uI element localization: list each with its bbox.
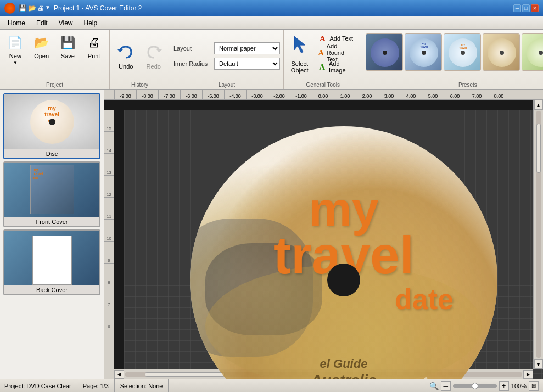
- menu-view[interactable]: View: [53, 16, 79, 29]
- preset-thumb-5[interactable]: [522, 33, 543, 71]
- history-group-label: History: [110, 82, 170, 88]
- disc-bottom-text: el Guide Australia: [190, 357, 497, 379]
- open-button[interactable]: 📂 Open: [30, 32, 54, 60]
- add-text-icon: A: [318, 33, 328, 43]
- back-cover-panel-item[interactable]: Back Cover: [3, 229, 100, 295]
- disc-hole: [327, 264, 360, 296]
- new-icon: 📄: [7, 34, 24, 52]
- quick-arrow-icon[interactable]: ▼: [45, 4, 51, 12]
- vscroll-track: [536, 111, 541, 358]
- ruler-tick: 6.00: [444, 90, 466, 99]
- ruler-tick: 8.00: [488, 90, 510, 99]
- menu-edit[interactable]: Edit: [31, 16, 53, 29]
- left-panel: mytraveldate Disc mytraveldate Front Cov…: [0, 90, 104, 379]
- undo-icon: [116, 42, 136, 62]
- ruler-tick: 7.00: [466, 90, 488, 99]
- titlebar-left: 💾 📂 🖨 ▼ Project 1 - AVS Cover Editor 2: [4, 3, 142, 14]
- canvas-area: -9.00 -8.00 -7.00 -6.00 -5.00 -4.00 -3.0…: [104, 90, 543, 379]
- window-controls: ─ □ ✕: [513, 4, 539, 12]
- close-button[interactable]: ✕: [531, 4, 539, 12]
- redo-button[interactable]: Redo: [141, 40, 167, 72]
- save-label: Save: [61, 53, 75, 59]
- disc-small-hole: [49, 119, 55, 125]
- ruler-tick: 3.00: [378, 90, 400, 99]
- disc-panel-item[interactable]: mytraveldate Disc: [3, 93, 100, 159]
- quick-save-icon[interactable]: 💾: [19, 4, 27, 12]
- page-status: Page: 1/3: [77, 379, 115, 392]
- inner-radius-row: Inner Radius Default Small Large: [173, 58, 280, 70]
- back-cover-thumb-preview: [4, 231, 99, 285]
- ruler-left: 15 14 13 12 11 10 9 8 7 6: [104, 110, 114, 379]
- scroll-left-button[interactable]: ◄: [114, 370, 124, 379]
- add-round-text-label: Add Round Text: [327, 43, 356, 63]
- selection-status-label: Selection:: [120, 383, 147, 389]
- menu-help[interactable]: Help: [79, 16, 103, 29]
- undo-label: Undo: [119, 63, 133, 70]
- ribbon: 📄 New ▼ 📂 Open 💾 Save 🖨 Print Project: [0, 30, 543, 90]
- tools-group-label: General Tools: [284, 82, 362, 88]
- select-object-button[interactable]: SelectObject: [287, 32, 312, 76]
- save-icon: 💾: [59, 34, 76, 52]
- ruler-tick: -8.00: [136, 90, 158, 99]
- back-cover-label: Back Cover: [4, 285, 99, 294]
- layout-label: Layout: [173, 45, 212, 52]
- page-status-label: Page:: [83, 383, 99, 389]
- preset-thumb-2[interactable]: mytravel: [405, 33, 442, 71]
- quick-print-icon[interactable]: 🖨: [37, 4, 44, 12]
- layout-select[interactable]: Normal paper CD/DVD Blu-ray: [214, 42, 280, 54]
- presets-group-label: Presets: [362, 82, 543, 88]
- disc-object[interactable]: my travel date el Guide Australia: [190, 126, 497, 379]
- minimize-button[interactable]: ─: [513, 4, 521, 12]
- zoom-slider[interactable]: [453, 384, 497, 388]
- presets-content: mytravel mytravel: [366, 32, 543, 88]
- redo-label: Redo: [147, 63, 161, 70]
- save-button[interactable]: 💾 Save: [56, 32, 80, 60]
- layout-group-label: Layout: [170, 82, 283, 88]
- vscroll-thumb[interactable]: [536, 124, 541, 173]
- open-label: Open: [34, 53, 49, 59]
- print-icon: 🖨: [85, 34, 103, 52]
- new-button[interactable]: 📄 New ▼: [3, 32, 27, 66]
- app-logo-icon: [4, 3, 15, 14]
- ruler-tick: -5.00: [202, 90, 224, 99]
- add-image-button[interactable]: A Add Image: [315, 60, 359, 74]
- inner-radius-select[interactable]: Default Small Large: [214, 58, 280, 70]
- front-cover-label: Front Cover: [4, 217, 99, 226]
- expand-canvas-button[interactable]: ⊞: [529, 381, 539, 391]
- project-status-label: Project:: [4, 383, 25, 389]
- zoom-out-button[interactable]: ─: [441, 381, 451, 391]
- vertical-scrollbar[interactable]: ▲ ▼: [533, 100, 543, 369]
- redo-icon: [144, 42, 164, 62]
- ruler-top: -9.00 -8.00 -7.00 -6.00 -5.00 -4.00 -3.0…: [104, 90, 543, 100]
- preset-thumb-4[interactable]: [483, 33, 520, 71]
- scroll-right-button[interactable]: ►: [523, 370, 533, 379]
- quick-open-icon[interactable]: 📂: [28, 4, 36, 12]
- project-status: Project: DVD Case Clear: [4, 379, 77, 392]
- open-icon: 📂: [33, 34, 51, 52]
- add-round-text-button[interactable]: A Add Round Text: [315, 46, 359, 59]
- ruler-tick: 4.00: [400, 90, 422, 99]
- print-label: Print: [88, 53, 100, 59]
- menu-home[interactable]: Home: [2, 16, 31, 29]
- front-cover-panel-item[interactable]: mytraveldate Front Cover: [3, 161, 100, 227]
- new-label: New: [9, 53, 21, 59]
- scroll-up-button[interactable]: ▲: [534, 100, 543, 110]
- ruler-tick: -7.00: [158, 90, 180, 99]
- print-button[interactable]: 🖨 Print: [82, 32, 106, 60]
- titlebar: 💾 📂 🖨 ▼ Project 1 - AVS Cover Editor 2 ─…: [0, 0, 543, 16]
- project-status-value: DVD Case Clear: [26, 383, 71, 389]
- zoom-in-button[interactable]: +: [499, 381, 509, 391]
- undo-button[interactable]: Undo: [113, 40, 139, 72]
- preset-thumb-3[interactable]: mytravel: [444, 33, 481, 71]
- add-image-icon: A: [318, 62, 327, 72]
- zoom-value: 100%: [511, 383, 527, 389]
- zoom-slider-thumb[interactable]: [472, 383, 478, 389]
- maximize-button[interactable]: □: [522, 4, 530, 12]
- selection-status: Selection: None: [115, 379, 169, 392]
- canvas-scroll-area[interactable]: my travel date el Guide Australia: [124, 110, 543, 379]
- preset-thumb-1[interactable]: [366, 33, 403, 71]
- inner-radius-label: Inner Radius: [173, 60, 212, 67]
- scroll-down-button[interactable]: ▼: [534, 359, 543, 369]
- tools-list: A Add Text A Add Round Text A Add Image: [315, 32, 359, 81]
- svg-marker-0: [117, 49, 124, 52]
